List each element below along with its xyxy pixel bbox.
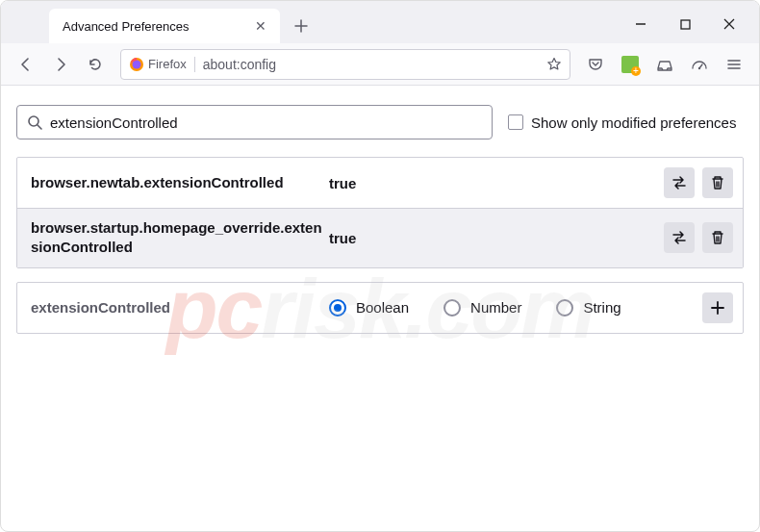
radio-label: String	[583, 299, 621, 316]
url-input[interactable]	[203, 57, 539, 72]
type-radio-group: Boolean Number String	[329, 299, 702, 317]
svg-rect-0	[681, 20, 690, 29]
radio-icon	[329, 299, 346, 317]
new-pref-name: extensionControlled	[31, 299, 329, 316]
svg-point-2	[133, 60, 141, 68]
delete-button[interactable]	[702, 222, 733, 253]
type-boolean-radio[interactable]: Boolean	[329, 299, 409, 317]
extension-icon	[621, 56, 639, 73]
firefox-logo-icon	[129, 57, 144, 72]
menu-button[interactable]	[719, 49, 749, 80]
radio-label: Number	[470, 299, 521, 316]
window-controls	[619, 9, 751, 39]
checkbox-icon	[508, 114, 523, 130]
pref-name: browser.newtab.extensionControlled	[31, 173, 329, 192]
radio-label: Boolean	[356, 299, 409, 316]
pref-row: browser.newtab.extensionControlled true	[17, 158, 743, 209]
type-number-radio[interactable]: Number	[443, 299, 521, 317]
extension-button[interactable]	[615, 49, 646, 80]
svg-point-3	[698, 66, 700, 68]
modified-only-label: Show only modified preferences	[531, 114, 736, 131]
pocket-button[interactable]	[580, 49, 611, 80]
bookmark-star-icon[interactable]	[546, 57, 562, 72]
identity-box[interactable]: Firefox	[129, 57, 195, 72]
toggle-button[interactable]	[664, 167, 695, 198]
inbox-button[interactable]	[649, 49, 680, 80]
new-tab-button[interactable]	[286, 11, 317, 41]
radio-icon	[443, 299, 461, 317]
search-input[interactable]	[50, 114, 482, 131]
titlebar: Advanced Preferences ✕	[1, 1, 759, 43]
dashboard-button[interactable]	[684, 49, 715, 80]
pref-table: browser.newtab.extensionControlled true …	[16, 157, 744, 268]
minimize-button[interactable]	[619, 9, 663, 39]
type-string-radio[interactable]: String	[556, 299, 621, 317]
search-row: Show only modified preferences	[16, 105, 744, 139]
content-area: Show only modified preferences browser.n…	[1, 86, 759, 349]
pref-row: browser.startup.homepage_override.extens…	[17, 209, 743, 267]
search-box[interactable]	[16, 105, 493, 139]
url-bar[interactable]: Firefox	[120, 49, 570, 80]
browser-tab[interactable]: Advanced Preferences ✕	[49, 9, 280, 43]
pref-value: true	[329, 230, 664, 246]
back-button[interactable]	[11, 49, 41, 80]
close-window-button[interactable]	[707, 9, 751, 39]
pref-value: true	[329, 175, 664, 191]
search-icon	[27, 114, 42, 130]
new-pref-row: extensionControlled Boolean Number Strin…	[16, 282, 744, 334]
reload-button[interactable]	[80, 49, 111, 80]
toggle-button[interactable]	[664, 222, 695, 253]
modified-only-checkbox-wrap[interactable]: Show only modified preferences	[508, 114, 736, 131]
forward-button[interactable]	[45, 49, 76, 80]
toolbar: Firefox	[1, 43, 759, 86]
maximize-button[interactable]	[663, 9, 707, 39]
tab-title: Advanced Preferences	[63, 19, 190, 34]
identity-label: Firefox	[148, 57, 187, 71]
delete-button[interactable]	[702, 167, 733, 198]
pref-name: browser.startup.homepage_override.extens…	[31, 218, 329, 258]
add-pref-button[interactable]	[702, 292, 733, 323]
radio-icon	[556, 299, 573, 317]
close-tab-icon[interactable]: ✕	[255, 18, 266, 34]
